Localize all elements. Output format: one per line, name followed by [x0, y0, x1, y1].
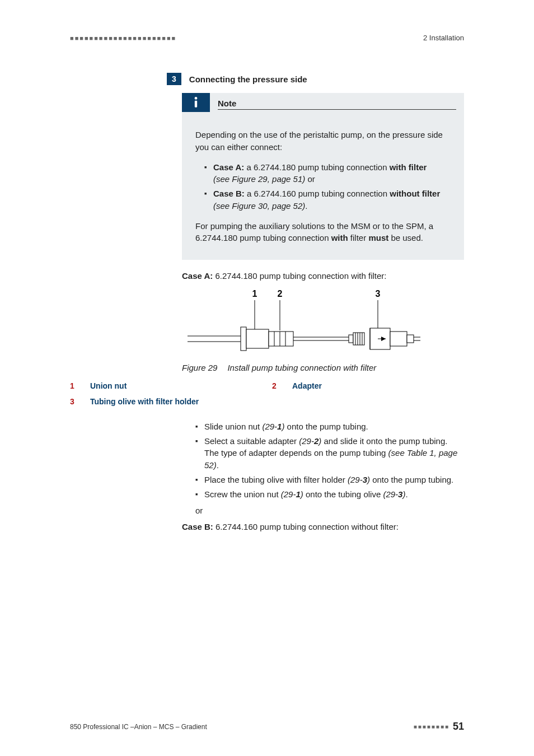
- s4a: Screw the union nut: [204, 489, 281, 499]
- s3num: 3: [363, 475, 367, 484]
- svg-rect-15: [349, 335, 353, 343]
- fig-marker-3: 3: [376, 289, 381, 298]
- note-title-wrap: Note: [210, 93, 464, 112]
- legend-num-1: 1: [70, 381, 80, 390]
- case-b-heading: Case B: 6.2744.160 pump tubing connectio…: [182, 522, 464, 531]
- fig-marker-1: 1: [252, 289, 257, 298]
- legend-text-1: Union nut: [90, 381, 262, 390]
- case-a-line-text: 6.2744.180 pump tubing connection with f…: [213, 271, 386, 281]
- header: ■■■■■■■■■■■■■■■■■■■■■■ 2 Installation: [70, 34, 464, 42]
- step-2: Select a suitable adapter (29-2) and sli…: [195, 435, 464, 472]
- case-a-bold: with filter: [390, 162, 427, 172]
- note-intro: Depending on the use of the peristaltic …: [195, 129, 451, 153]
- s4num1: 1: [296, 489, 300, 499]
- closing-must: must: [368, 233, 388, 242]
- note-cases-list: Case A: a 6.2744.180 pump tubing connect…: [195, 161, 451, 212]
- figure-caption: Figure 29Install pump tubing connection …: [182, 363, 464, 372]
- chapter-label: 2 Installation: [423, 34, 464, 42]
- s2a: Select a suitable adapter: [204, 436, 299, 446]
- s1ref: (29-: [262, 422, 277, 431]
- case-a-label: Case A:: [213, 162, 244, 172]
- note-header: Note: [182, 93, 464, 112]
- footer-dashes: ■■■■■■■■: [414, 724, 449, 730]
- s3c: onto the pump tubing.: [370, 475, 453, 484]
- figure-svg: 1 2 3: [182, 287, 462, 360]
- header-dashes: ■■■■■■■■■■■■■■■■■■■■■■: [70, 35, 176, 41]
- legend-num-2: 2: [272, 381, 282, 390]
- footer-right: ■■■■■■■■ 51: [414, 721, 464, 732]
- case-b-label: Case B:: [213, 189, 245, 198]
- figure-29: 1 2 3: [182, 287, 464, 360]
- svg-rect-16: [353, 333, 364, 345]
- or-separator: or: [195, 506, 464, 515]
- step-heading: 3 Connecting the pressure side: [167, 73, 464, 85]
- fig-marker-2: 2: [278, 289, 283, 298]
- step-title: Connecting the pressure side: [189, 74, 307, 84]
- info-icon: [182, 93, 210, 112]
- note-title: Note: [218, 99, 456, 110]
- svg-rect-8: [246, 329, 269, 348]
- step-1: Slide union nut (29-1) onto the pump tub…: [195, 421, 464, 433]
- svg-rect-25: [390, 332, 407, 346]
- s2ref: (29-: [299, 436, 314, 446]
- page: ■■■■■■■■■■■■■■■■■■■■■■ 2 Installation 3 …: [0, 0, 534, 756]
- instruction-steps: Slide union nut (29-1) onto the pump tub…: [195, 421, 464, 501]
- case-b-post: .: [305, 201, 307, 211]
- figure-legend: 1 Union nut 2 Adapter 3 Tubing olive wit…: [70, 381, 464, 406]
- svg-rect-1: [195, 101, 197, 108]
- s3a: Place the tubing olive with filter holde…: [204, 475, 348, 484]
- closing-b: filter: [348, 233, 369, 242]
- case-b-bold: without filter: [390, 189, 440, 198]
- legend-text-3: Tubing olive with filter holder: [90, 397, 262, 406]
- s3ref: (29-: [348, 475, 363, 484]
- svg-rect-26: [407, 335, 414, 343]
- note-case-b: Case B: a 6.2744.160 pump tubing connect…: [204, 188, 451, 212]
- case-a-mid: a 6.2744.180 pump tubing connection: [244, 162, 389, 172]
- s4d: .: [405, 489, 407, 499]
- s4ref1: (29-: [281, 489, 296, 499]
- step-4: Screw the union nut (29-1) onto the tubi…: [195, 488, 464, 501]
- case-b-line-label: Case B:: [182, 522, 213, 531]
- s2d: .: [217, 460, 219, 470]
- s1a: Slide union nut: [204, 422, 262, 431]
- page-number: 51: [453, 721, 464, 732]
- case-a-line-label: Case A:: [182, 271, 213, 281]
- figure-caption-text: Install pump tubing connection with filt…: [227, 363, 376, 372]
- step-3: Place the tubing olive with filter holde…: [195, 474, 464, 486]
- legend-text-2: Adapter: [292, 381, 464, 390]
- case-a-ref: (see Figure 29, page 51): [213, 174, 305, 184]
- footer-product: 850 Professional IC –Anion – MCS – Gradi…: [70, 723, 207, 731]
- case-b-ref: (see Figure 30, page 52): [213, 201, 305, 211]
- case-a-post: or: [305, 174, 315, 184]
- s4c: onto the tubing olive: [303, 489, 383, 499]
- step-number-badge: 3: [167, 73, 181, 85]
- note-closing: For pumping the auxiliary solutions to t…: [195, 220, 451, 245]
- closing-with: with: [331, 233, 348, 242]
- footer: 850 Professional IC –Anion – MCS – Gradi…: [70, 721, 464, 732]
- case-b-line-text: 6.2744.160 pump tubing connection withou…: [213, 522, 399, 531]
- figure-label: Figure 29: [182, 363, 217, 372]
- svg-rect-7: [241, 327, 246, 351]
- legend-num-3: 3: [70, 397, 80, 406]
- closing-c: be used.: [388, 233, 423, 242]
- svg-point-0: [195, 97, 198, 100]
- s1c: onto the pump tubing.: [284, 422, 368, 431]
- case-b-mid: a 6.2744.160 pump tubing connection: [245, 189, 390, 198]
- note-box: Note Depending on the use of the perista…: [182, 93, 464, 260]
- note-case-a: Case A: a 6.2744.180 pump tubing connect…: [204, 161, 451, 186]
- note-body: Depending on the use of the peristaltic …: [182, 112, 464, 244]
- s4ref2: (29-: [383, 489, 398, 499]
- svg-rect-9: [269, 332, 293, 346]
- case-a-heading: Case A: 6.2744.180 pump tubing connectio…: [182, 270, 464, 282]
